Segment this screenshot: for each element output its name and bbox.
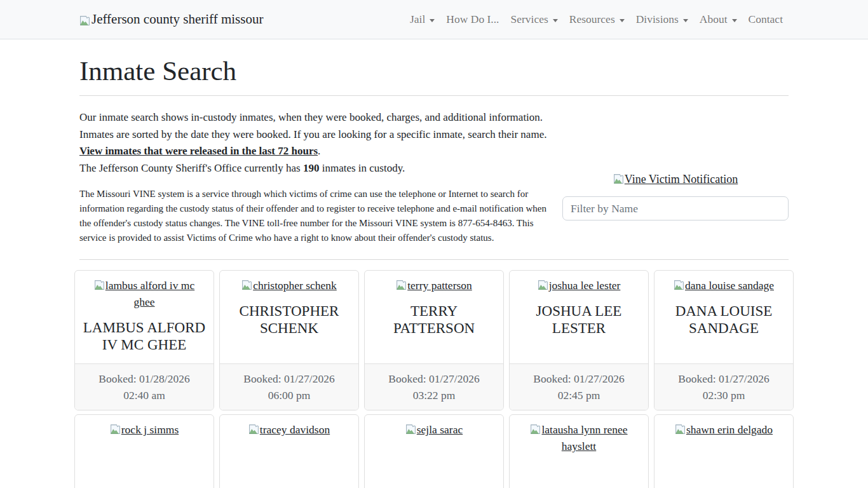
inmate-photo-alt: joshua lee lester — [549, 279, 621, 292]
filter-by-name-input[interactable] — [562, 196, 789, 220]
inmate-card-body: latausha lynn renee hayslett — [510, 415, 648, 488]
inmate-photo-link[interactable]: christopher schenk — [241, 279, 337, 292]
broken-image-icon — [674, 278, 684, 289]
inmate-photo-link[interactable]: sejla sarac — [405, 423, 463, 436]
inmate-card-footer: Booked: 01/27/2026 02:30 pm — [654, 363, 793, 410]
broken-image-icon — [675, 423, 686, 433]
broken-image-icon — [94, 278, 105, 289]
broken-image-icon — [110, 423, 121, 433]
sidebar-column: Vine Victim Notification — [562, 106, 789, 250]
broken-image-icon — [405, 423, 416, 433]
inmate-card-body: shawn erin delgado — [654, 415, 793, 488]
divider — [79, 259, 789, 260]
nav-item-label: How Do I... — [446, 13, 499, 26]
inmate-card-body: sejla sarac — [365, 415, 503, 488]
inmate-photo-link[interactable]: lambus alford iv mc ghee — [94, 279, 194, 308]
inmate-photo-link[interactable]: joshua lee lester — [538, 279, 621, 292]
vine-link-wrap: Vine Victim Notification — [562, 171, 789, 187]
brand-link[interactable]: Jefferson county sheriff missour — [79, 11, 263, 27]
inmate-card-body: christopher schenk CHRISTOPHER SCHENK — [220, 271, 358, 363]
chevron-down-icon — [732, 19, 737, 22]
nav-item-services[interactable]: Services — [505, 8, 563, 31]
inmate-card: christopher schenk CHRISTOPHER SCHENK Bo… — [219, 270, 359, 410]
inmate-photo-link[interactable]: latausha lynn renee hayslett — [530, 423, 627, 452]
inmate-name: TERRY PATTERSON — [372, 302, 496, 337]
navbar-container: Jefferson county sheriff missour Jail Ho… — [79, 8, 789, 31]
chevron-down-icon — [553, 19, 558, 22]
booked-date: Booked: 01/28/2026 — [83, 370, 206, 387]
inmate-photo-link[interactable]: shawn erin delgado — [675, 423, 773, 436]
nav-item-label: Resources — [569, 13, 615, 26]
inmate-card: rock j simms — [74, 414, 214, 488]
main-nav: Jail How Do I... Services Resources Divi… — [404, 8, 789, 31]
broken-image-icon — [538, 278, 548, 289]
inmate-name: JOSHUA LEE LESTER — [517, 302, 641, 337]
nav-item-resources[interactable]: Resources — [564, 8, 630, 31]
chevron-down-icon — [620, 19, 625, 22]
inmate-card-body: tracey davidson — [220, 415, 358, 488]
nav-item-about[interactable]: About — [694, 8, 743, 31]
intro-text: Our inmate search shows in-custody inmat… — [79, 111, 546, 140]
inmate-name: DANA LOUISE SANDAGE — [662, 302, 785, 337]
divider — [79, 95, 789, 96]
broken-image-icon — [248, 423, 259, 433]
booked-date: Booked: 01/27/2026 — [372, 370, 496, 387]
inmate-card: joshua lee lester JOSHUA LEE LESTER Book… — [509, 270, 649, 410]
inmate-photo-alt: tracey davidson — [260, 423, 330, 436]
booked-time: 06:00 pm — [227, 387, 351, 403]
booked-date: Booked: 01/27/2026 — [662, 370, 785, 387]
inmate-card: sejla sarac — [364, 414, 504, 488]
inmate-card: shawn erin delgado — [654, 414, 794, 488]
nav-item-label: Services — [510, 13, 548, 26]
broken-image-icon — [613, 172, 624, 183]
inmate-photo-alt: shawn erin delgado — [686, 423, 773, 436]
inmate-photo-alt: sejla sarac — [417, 423, 463, 436]
inmate-card: tracey davidson — [219, 414, 359, 488]
booked-time: 02:40 am — [83, 387, 206, 403]
nav-item-jail[interactable]: Jail — [404, 8, 440, 31]
nav-item-contact[interactable]: Contact — [743, 8, 789, 31]
vine-link-label: Vine Victim Notification — [625, 173, 738, 186]
nav-item-label: About — [700, 13, 728, 26]
released-inmates-link[interactable]: View inmates that were released in the l… — [79, 145, 318, 157]
page-title: Inmate Search — [79, 55, 789, 86]
main-content: Inmate Search Our inmate search shows in… — [79, 55, 789, 488]
inmate-photo-link[interactable]: tracey davidson — [248, 423, 330, 436]
inmate-card-footer: Booked: 01/27/2026 06:00 pm — [220, 363, 358, 410]
inmate-name: CHRISTOPHER SCHENK — [227, 302, 351, 337]
booked-time: 02:30 pm — [662, 387, 785, 403]
nav-item-divisions[interactable]: Divisions — [630, 8, 694, 31]
inmate-card: latausha lynn renee hayslett — [509, 414, 649, 488]
inmate-name: LAMBUS ALFORD IV MC GHEE — [83, 319, 206, 353]
nav-item-how-do-i[interactable]: How Do I... — [440, 8, 505, 31]
inmate-card-body: dana louise sandage DANA LOUISE SANDAGE — [654, 271, 793, 363]
inmate-photo-alt: dana louise sandage — [685, 279, 774, 292]
booked-date: Booked: 01/27/2026 — [227, 370, 351, 387]
booked-date: Booked: 01/27/2026 — [517, 370, 641, 387]
inmate-card-footer: Booked: 01/27/2026 03:22 pm — [365, 363, 503, 410]
vine-victim-notification-link[interactable]: Vine Victim Notification — [613, 173, 738, 186]
inmate-card-body: terry patterson TERRY PATTERSON — [365, 271, 503, 363]
inmate-card-body: lambus alford iv mc ghee LAMBUS ALFORD I… — [75, 271, 214, 363]
inmate-photo-link[interactable]: dana louise sandage — [674, 279, 774, 292]
nav-item-label: Jail — [410, 13, 425, 26]
booked-time: 03:22 pm — [372, 387, 496, 403]
intro-column: Our inmate search shows in-custody inmat… — [79, 106, 555, 250]
inmate-card: lambus alford iv mc ghee LAMBUS ALFORD I… — [74, 270, 214, 410]
inmate-photo-alt: latausha lynn renee hayslett — [541, 423, 627, 452]
chevron-down-icon — [683, 19, 688, 22]
inmate-card-body: joshua lee lester JOSHUA LEE LESTER — [510, 271, 648, 363]
custody-text-prefix: The Jefferson County Sheriff's Office cu… — [79, 162, 303, 174]
inmate-card-footer: Booked: 01/27/2026 02:45 pm — [510, 363, 648, 410]
inmate-photo-alt: christopher schenk — [253, 279, 337, 292]
nav-item-label: Divisions — [636, 13, 679, 26]
broken-image-icon — [396, 278, 407, 289]
inmate-photo-link[interactable]: terry patterson — [396, 279, 472, 292]
broken-image-icon — [241, 278, 252, 289]
inmate-photo-link[interactable]: rock j simms — [110, 423, 179, 436]
inmate-card: terry patterson TERRY PATTERSON Booked: … — [364, 270, 504, 410]
intro-section: Our inmate search shows in-custody inmat… — [79, 106, 789, 250]
custody-text-suffix: inmates in custody. — [319, 162, 405, 174]
inmate-photo-alt: terry patterson — [407, 279, 472, 292]
released-suffix: . — [318, 145, 320, 157]
